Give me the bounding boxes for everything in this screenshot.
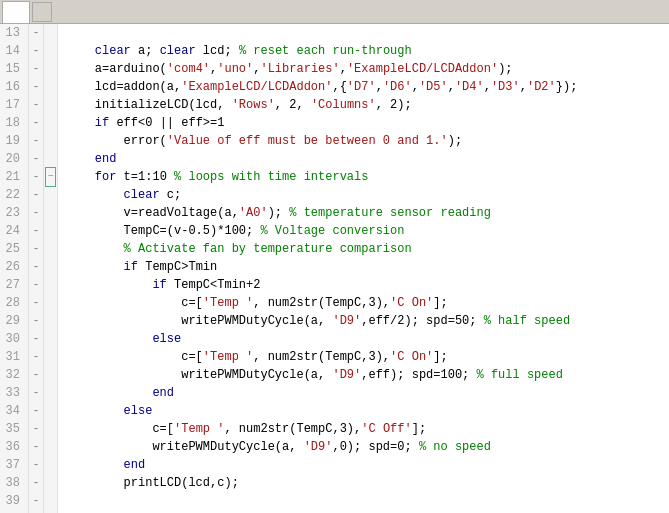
fold-indicator (44, 330, 57, 348)
fold-indicator (44, 276, 57, 294)
minus-indicator: - (29, 456, 43, 474)
fold-indicator (44, 150, 57, 168)
line-number: 23 (0, 204, 28, 222)
minus-indicator: - (29, 24, 43, 42)
minus-indicator: - (29, 60, 43, 78)
minus-indicator: - (29, 258, 43, 276)
minus-indicator: - (29, 150, 43, 168)
fold-indicator (44, 492, 57, 510)
line-number: 27 (0, 276, 28, 294)
fold-indicator[interactable]: − (44, 168, 57, 186)
line-number: 25 (0, 240, 28, 258)
minus-indicator: - (29, 348, 43, 366)
line-number: 30 (0, 330, 28, 348)
minus-indicator: - (29, 132, 43, 150)
code-line: for t=1:10 % loops with time intervals (66, 168, 669, 186)
code-line: if TempC<Tmin+2 (66, 276, 669, 294)
code-line: end (66, 456, 669, 474)
code-line: writePWMDutyCycle(a, 'D9',0); spd=0; % n… (66, 438, 669, 456)
fold-indicator (44, 474, 57, 492)
fold-indicator (44, 186, 57, 204)
line-number: 28 (0, 294, 28, 312)
tab-fanread[interactable] (2, 1, 30, 23)
minus-indicator: - (29, 294, 43, 312)
minus-column: --------------------------- (29, 24, 44, 513)
minus-indicator: - (29, 42, 43, 60)
code-line: writePWMDutyCycle(a, 'D9',eff); spd=100;… (66, 366, 669, 384)
minus-indicator: - (29, 168, 43, 186)
fold-indicator (44, 204, 57, 222)
fold-indicator (44, 384, 57, 402)
line-number: 20 (0, 150, 28, 168)
code-line: TempC=(v-0.5)*100; % Voltage conversion (66, 222, 669, 240)
code-line: clear a; clear lcd; % reset each run-thr… (66, 42, 669, 60)
line-number: 37 (0, 456, 28, 474)
code-line: initializeLCD(lcd, 'Rows', 2, 'Columns',… (66, 96, 669, 114)
line-number: 16 (0, 78, 28, 96)
line-number: 32 (0, 366, 28, 384)
line-number: 19 (0, 132, 28, 150)
line-number: 15 (0, 60, 28, 78)
code-line: % Activate fan by temperature comparison (66, 240, 669, 258)
minus-indicator: - (29, 114, 43, 132)
line-number: 18 (0, 114, 28, 132)
fold-column: − (44, 24, 58, 513)
code-line (66, 24, 669, 42)
line-number: 14 (0, 42, 28, 60)
line-number: 33 (0, 384, 28, 402)
code-editor: 1314151617181920212223242526272829303132… (0, 24, 669, 513)
code-lines: clear a; clear lcd; % reset each run-thr… (58, 24, 669, 513)
minus-indicator: - (29, 78, 43, 96)
line-number: 22 (0, 186, 28, 204)
fold-indicator (44, 96, 57, 114)
minus-indicator: - (29, 222, 43, 240)
line-number: 31 (0, 348, 28, 366)
fold-indicator (44, 42, 57, 60)
code-line: printLCD(lcd,c); (66, 474, 669, 492)
line-number: 34 (0, 402, 28, 420)
new-tab-button[interactable] (32, 2, 52, 22)
editor-window: 1314151617181920212223242526272829303132… (0, 0, 669, 513)
code-line: writePWMDutyCycle(a, 'D9',eff/2); spd=50… (66, 312, 669, 330)
line-number: 29 (0, 312, 28, 330)
code-line: error('Value of eff must be between 0 an… (66, 132, 669, 150)
line-number: 13 (0, 24, 28, 42)
code-line: c=['Temp ', num2str(TempC,3),'C Off']; (66, 420, 669, 438)
fold-indicator (44, 348, 57, 366)
line-number: 17 (0, 96, 28, 114)
code-line: v=readVoltage(a,'A0'); % temperature sen… (66, 204, 669, 222)
code-line: lcd=addon(a,'ExampleLCD/LCDAddon',{'D7',… (66, 78, 669, 96)
fold-indicator (44, 240, 57, 258)
line-number: 35 (0, 420, 28, 438)
minus-indicator: - (29, 330, 43, 348)
minus-indicator: - (29, 186, 43, 204)
code-line: c=['Temp ', num2str(TempC,3),'C On']; (66, 348, 669, 366)
fold-indicator (44, 222, 57, 240)
minus-indicator: - (29, 240, 43, 258)
line-number: 24 (0, 222, 28, 240)
fold-indicator (44, 258, 57, 276)
fold-indicator (44, 402, 57, 420)
fold-indicator (44, 78, 57, 96)
line-number: 38 (0, 474, 28, 492)
code-line: end (66, 384, 669, 402)
minus-indicator: - (29, 438, 43, 456)
tab-bar (0, 0, 669, 24)
fold-indicator (44, 114, 57, 132)
minus-indicator: - (29, 276, 43, 294)
fold-indicator (44, 312, 57, 330)
line-number: 36 (0, 438, 28, 456)
minus-indicator: - (29, 384, 43, 402)
fold-indicator (44, 420, 57, 438)
code-line (66, 492, 669, 510)
line-number: 39 (0, 492, 28, 510)
code-line: else (66, 330, 669, 348)
minus-indicator: - (29, 204, 43, 222)
fold-indicator (44, 132, 57, 150)
line-number: 21 (0, 168, 28, 186)
minus-indicator: - (29, 96, 43, 114)
code-line: if eff<0 || eff>=1 (66, 114, 669, 132)
minus-indicator: - (29, 312, 43, 330)
fold-indicator (44, 456, 57, 474)
code-line: else (66, 402, 669, 420)
